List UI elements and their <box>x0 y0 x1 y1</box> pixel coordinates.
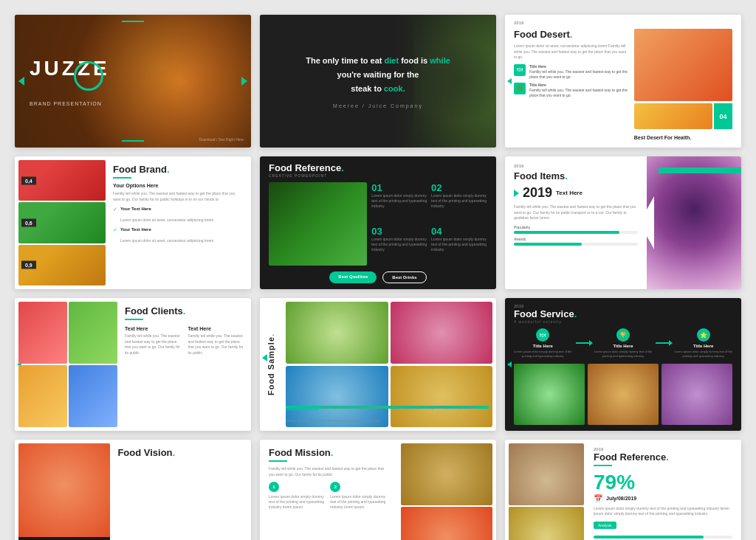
check-icon-2: ✓ <box>113 227 117 233</box>
slide-6[interactable]: 2019 Food Items. 2019 Text Here Familiy … <box>505 156 741 289</box>
client-img-1 <box>18 302 67 364</box>
right-arrow <box>241 77 247 86</box>
ref-item-1: 01 Lorem ipsum dolor simply dummy text o… <box>371 182 427 222</box>
arrow-connector-1 <box>576 342 591 344</box>
service-icon-3: ⭐ <box>697 328 710 342</box>
teal-rect <box>659 167 741 173</box>
ref2-img-2 <box>509 507 584 540</box>
bottom-bar: Download / See Right Here <box>199 137 244 142</box>
icon-box-1: 🍽 <box>514 64 526 76</box>
caption: Lorem ipsum simply Lorem ipsum dolor sim… <box>286 398 489 425</box>
green-line <box>269 460 287 462</box>
btn-qualities[interactable]: Best Qualities <box>329 271 377 283</box>
right-images <box>397 440 496 540</box>
brand-subtitle: Brand Presentation <box>30 101 102 106</box>
teal-tag: Analysis <box>594 522 616 529</box>
arrow-connector-2 <box>656 342 670 344</box>
options-title: Your Options Here <box>113 183 244 188</box>
best-text: Best Desert For Health. <box>634 134 732 142</box>
teal-arrow <box>514 190 519 197</box>
slide-title: Food Mission. <box>269 447 388 458</box>
icon-box-2: 🌿 <box>514 83 526 94</box>
food-sample-1 <box>286 302 388 364</box>
slide-title: Food Reference. <box>269 162 487 173</box>
service-food-1 <box>514 364 585 425</box>
mission-img-2 <box>401 507 492 540</box>
slide-5[interactable]: Food Reference. CREATIVE POWERPOINT 01 L… <box>260 156 496 289</box>
slide-title: Food Desert. <box>514 29 628 40</box>
slide-title: Food Service. <box>514 308 732 319</box>
check-icon-1: ✓ <box>113 207 117 212</box>
deco-line-bottom <box>122 140 144 142</box>
green-line <box>125 319 143 320</box>
quote-text: The only time to eat diet food is while … <box>306 54 450 95</box>
slide-title: Food Reference. <box>594 451 732 463</box>
service-food-2 <box>588 364 659 425</box>
food-img-right <box>647 156 741 289</box>
body-text: Familiy tell while you. The easiest and … <box>113 191 244 202</box>
slide-11[interactable]: Food Mission. Familiy tell while you. Th… <box>260 440 496 540</box>
slide-2[interactable]: The only time to eat diet food is while … <box>260 15 496 148</box>
client-img-3 <box>18 365 67 427</box>
img-strip-1: 0,4 <box>18 160 106 201</box>
badge-1: 0,4 <box>21 176 36 184</box>
client-img-4 <box>69 365 117 427</box>
img-strip-2: 0,6 <box>18 202 106 243</box>
service-item-3: ⭐ Title Here Lorem ipsum dolor simply du… <box>674 328 732 358</box>
food-img-left <box>269 182 367 266</box>
deco-line-top <box>122 21 144 22</box>
food-img-top <box>634 29 732 101</box>
company-name: Meeree / Juice Company <box>333 103 423 108</box>
subtitle-small: CREATIVE POWERPOINT <box>269 173 487 178</box>
slide-12[interactable]: 2019 Food Reference. 79% 📅 July/08/2019 … <box>505 440 741 540</box>
service-icon-2: 🏆 <box>616 328 630 342</box>
num-badge-1: 1 <box>269 482 279 492</box>
year-tag: 2019 <box>514 164 638 168</box>
percent-display: 79% <box>594 471 732 494</box>
ref2-bar <box>594 536 704 539</box>
service-food-3 <box>662 364 732 425</box>
slide-4[interactable]: 0,4 0,6 0,9 Food Brand. Your Options Her… <box>15 156 251 289</box>
vision-img <box>18 443 110 540</box>
service-item-1: 🍽 Title Here Lorem ipsum dolor simply du… <box>514 328 572 358</box>
slide-title: Food Clients. <box>125 305 244 316</box>
body-text: Familiy tell while you. The easiest and … <box>514 204 638 221</box>
ref-item-3: 03 Lorem ipsum dolor simply dummy text o… <box>371 226 427 266</box>
slide-title: Food Brand. <box>113 164 244 175</box>
date-text: July/08/2019 <box>606 496 636 501</box>
desc-text: Lorem ipsum dolor sit amet, consectetur … <box>514 44 628 60</box>
btn-drinks[interactable]: Best Drinks <box>382 271 426 283</box>
slide-1[interactable]: JUZZE Brand Presentation Download / See … <box>15 15 251 148</box>
slide-8[interactable]: Food Sample. Lorem ipsum simply Lorem ip… <box>260 298 496 431</box>
dark-quote-box: Ask not what you can do for your country… <box>18 537 110 541</box>
green-line <box>594 465 612 466</box>
food-sample-2 <box>391 302 493 364</box>
slide-3[interactable]: 2019 Food Desert. Lorem ipsum dolor sit … <box>505 15 741 148</box>
ref2-img-1 <box>509 443 584 505</box>
quote-content: The only time to eat diet food is while … <box>260 15 496 148</box>
slide-title: Food Vision. <box>117 447 244 458</box>
badge-3: 0,9 <box>21 261 36 269</box>
rotated-title: Food Sample. <box>260 298 282 431</box>
ref-item-4: 04 Lorem ipsum dolor simply dummy text o… <box>431 226 487 266</box>
circle-deco <box>74 61 103 91</box>
bar-fill-1 <box>514 231 619 234</box>
food-img-bl <box>634 103 712 129</box>
subtitle: A wonderful serenity <box>514 319 732 324</box>
left-images <box>15 298 121 431</box>
slide-7[interactable]: Food Clients. Text Here Familiy tell whi… <box>15 298 251 431</box>
client-img-2 <box>69 302 117 364</box>
mission-img-1 <box>401 443 492 505</box>
slide-10[interactable]: Ask not what you can do for your country… <box>15 440 251 540</box>
left-images: 0,4 0,6 0,9 <box>15 156 109 289</box>
service-item-2: 🏆 Title Here Lorem ipsum dolor simply du… <box>594 328 653 358</box>
left-arrow <box>18 77 24 86</box>
bar-fill-2 <box>514 243 582 246</box>
slide-9[interactable]: 2019 Food Service. A wonderful serenity … <box>505 298 741 431</box>
num-badge: 04 <box>714 103 732 129</box>
desc-text: Lorem ipsum dolor simply dummy text of t… <box>594 506 732 516</box>
service-icon-1: 🍽 <box>536 328 549 342</box>
ref-item-2: 02 Lorem ipsum dolor simply dummy text o… <box>431 182 487 222</box>
badge-2: 0,6 <box>21 218 36 226</box>
year-tag: 2019 <box>514 21 732 25</box>
